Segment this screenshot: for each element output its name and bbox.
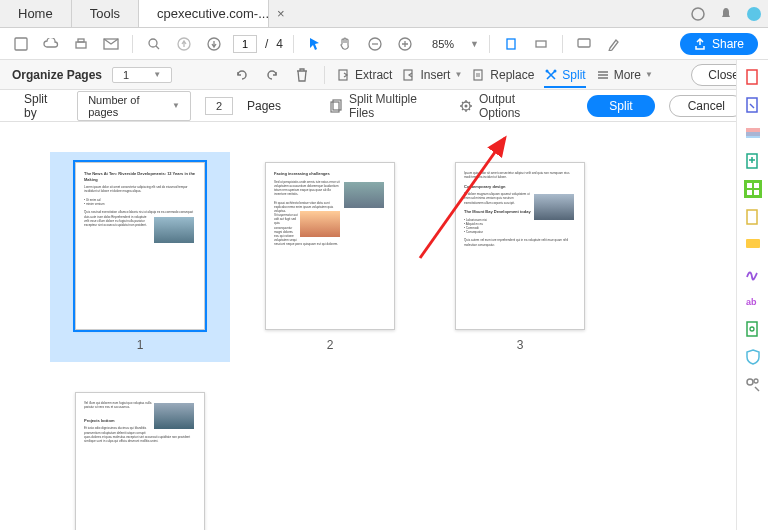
print-icon[interactable]	[70, 33, 92, 55]
thumbnail-canvas[interactable]: The News At Ten: Riverside Developments:…	[0, 122, 736, 530]
zoom-out-icon[interactable]	[364, 33, 386, 55]
rail-sign-icon[interactable]	[744, 264, 762, 282]
organize-title: Organize Pages	[12, 68, 102, 82]
rail-redact-icon[interactable]: ab	[744, 292, 762, 310]
tab-document-label: cpexecutive.com-...	[157, 6, 269, 21]
page-sep: /	[265, 37, 268, 51]
rail-protect-icon[interactable]	[744, 348, 762, 366]
rotate-ccw-icon[interactable]	[232, 65, 252, 85]
svg-rect-32	[747, 210, 757, 224]
split-mode-select[interactable]: Number of pages▼	[77, 91, 191, 121]
delete-icon[interactable]	[292, 65, 312, 85]
page-label: 3	[517, 338, 524, 352]
close-tab-icon[interactable]: ×	[277, 6, 285, 21]
svg-rect-14	[339, 70, 347, 80]
svg-rect-11	[507, 39, 515, 49]
share-button[interactable]: Share	[680, 33, 758, 55]
extract-button[interactable]: Extract	[337, 68, 392, 82]
page-thumbnail-4[interactable]: Vel illum qui dolorem eum fugiat quo vol…	[60, 392, 220, 530]
fit-page-icon[interactable]	[530, 33, 552, 55]
profile-icon[interactable]	[740, 0, 768, 27]
svg-rect-12	[536, 41, 546, 47]
svg-rect-26	[746, 132, 760, 138]
split-count-input[interactable]: 2	[205, 97, 233, 115]
page-label: 1	[137, 338, 144, 352]
rail-create-pdf-icon[interactable]	[744, 68, 762, 86]
svg-rect-23	[747, 70, 757, 84]
tab-home[interactable]: Home	[0, 0, 72, 27]
zoom-dropdown-icon[interactable]: ▼	[470, 39, 479, 49]
rail-comment-icon[interactable]	[744, 236, 762, 254]
svg-point-17	[546, 69, 549, 72]
prev-page-icon[interactable]	[173, 33, 195, 55]
split-by-label: Split by	[24, 92, 63, 120]
rail-export-pdf-icon[interactable]	[744, 124, 762, 142]
svg-point-22	[465, 104, 468, 107]
page-thumbnail-2[interactable]: Facing increasing challengesSed ut persp…	[250, 162, 410, 352]
svg-point-38	[754, 379, 758, 383]
tab-tools[interactable]: Tools	[72, 0, 139, 27]
split-button[interactable]: Split	[544, 68, 585, 88]
rail-more-tools-icon[interactable]	[744, 376, 762, 394]
split-options-bar: Split by Number of pages▼ 2 Pages Split …	[0, 90, 768, 122]
page-total: 4	[276, 37, 283, 51]
replace-button[interactable]: Replace	[472, 68, 534, 82]
cloud-icon[interactable]	[40, 33, 62, 55]
next-page-icon[interactable]	[203, 33, 225, 55]
svg-rect-31	[754, 190, 759, 195]
rotate-cw-icon[interactable]	[262, 65, 282, 85]
page-label: 2	[327, 338, 334, 352]
zoom-in-icon[interactable]	[394, 33, 416, 55]
more-button[interactable]: More▼	[596, 68, 653, 82]
rail-organize-icon[interactable]	[744, 180, 762, 198]
page-number-input[interactable]	[233, 35, 257, 53]
svg-rect-30	[747, 190, 752, 195]
main-toolbar: / 4 85% ▼ Share	[0, 28, 768, 60]
svg-rect-3	[76, 42, 86, 48]
page-range-select[interactable]: 1▼	[112, 67, 172, 83]
bell-icon[interactable]	[712, 0, 740, 27]
insert-button[interactable]: Insert▼	[402, 68, 462, 82]
svg-rect-29	[754, 183, 759, 188]
split-action-button[interactable]: Split	[587, 95, 654, 117]
svg-point-1	[747, 7, 761, 21]
highlight-icon[interactable]	[603, 33, 625, 55]
tab-document[interactable]: cpexecutive.com-...×	[139, 0, 269, 27]
svg-rect-2	[15, 38, 27, 50]
zoom-level[interactable]: 85%	[424, 38, 462, 50]
output-options-button[interactable]: Output Options	[459, 92, 559, 120]
signin-icon[interactable]	[684, 0, 712, 27]
page-thumbnail-3[interactable]: Ipsum quia dolor sit amet consectetur ad…	[440, 162, 600, 352]
hand-tool-icon[interactable]	[334, 33, 356, 55]
save-icon[interactable]	[10, 33, 32, 55]
rail-edit-pdf-icon[interactable]	[744, 96, 762, 114]
svg-rect-16	[474, 70, 482, 80]
select-tool-icon[interactable]	[304, 33, 326, 55]
svg-point-0	[692, 8, 704, 20]
svg-rect-13	[578, 39, 590, 47]
svg-rect-35	[747, 322, 757, 336]
fit-width-icon[interactable]	[500, 33, 522, 55]
pages-label: Pages	[247, 99, 281, 113]
page-thumbnail-1[interactable]: The News At Ten: Riverside Developments:…	[50, 152, 230, 362]
svg-point-36	[750, 327, 754, 331]
rail-optimize-icon[interactable]	[744, 320, 762, 338]
mail-icon[interactable]	[100, 33, 122, 55]
search-icon[interactable]	[143, 33, 165, 55]
svg-rect-4	[78, 39, 84, 42]
rail-combine-icon[interactable]	[744, 152, 762, 170]
svg-point-18	[554, 69, 557, 72]
svg-text:ab: ab	[746, 297, 757, 307]
organize-toolbar: Organize Pages 1▼ Extract Insert▼ Replac…	[0, 60, 768, 90]
svg-point-6	[149, 39, 157, 47]
tools-rail: ab	[736, 60, 768, 530]
rail-fill-sign-icon[interactable]	[744, 208, 762, 226]
svg-rect-28	[747, 183, 752, 188]
share-label: Share	[712, 37, 744, 51]
tab-bar: Home Tools cpexecutive.com-...×	[0, 0, 768, 28]
svg-rect-33	[746, 239, 760, 248]
cancel-button[interactable]: Cancel	[669, 95, 744, 117]
split-multiple-files-button[interactable]: Split Multiple Files	[329, 92, 445, 120]
svg-point-37	[747, 379, 753, 385]
comment-icon[interactable]	[573, 33, 595, 55]
